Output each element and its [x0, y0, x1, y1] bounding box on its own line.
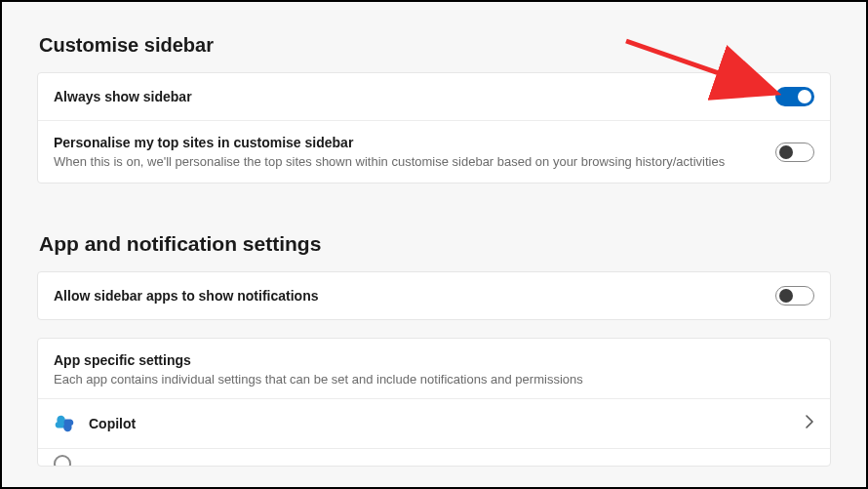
copilot-name: Copilot [89, 416, 136, 431]
app-specific-title: App specific settings [54, 352, 814, 368]
row-allow-notifications: Allow sidebar apps to show notifications [38, 272, 830, 319]
personalise-toggle[interactable] [775, 143, 814, 162]
customise-card: Always show sidebar Personalise my top s… [37, 72, 831, 183]
search-icon [54, 455, 71, 467]
always-show-label: Always show sidebar [54, 89, 764, 104]
chevron-right-icon [805, 415, 814, 432]
app-specific-header: App specific settings Each app contains … [38, 339, 830, 398]
personalise-sub: When this is on, we'll personalise the t… [54, 154, 764, 169]
section-title-customise: Customise sidebar [39, 34, 831, 57]
allow-notifications-label: Allow sidebar apps to show notifications [54, 288, 764, 304]
copilot-icon [54, 413, 75, 434]
personalise-label: Personalise my top sites in customise si… [54, 135, 764, 150]
notifications-card: Allow sidebar apps to show notifications [37, 271, 831, 320]
always-show-toggle[interactable] [775, 87, 814, 106]
row-personalise-top-sites: Personalise my top sites in customise si… [38, 120, 830, 183]
app-specific-card: App specific settings Each app contains … [37, 338, 831, 467]
row-always-show-sidebar: Always show sidebar [38, 73, 830, 120]
section-title-notifications: App and notification settings [39, 232, 831, 256]
allow-notifications-toggle[interactable] [775, 286, 814, 306]
app-row-copilot[interactable]: Copilot [38, 398, 830, 448]
app-specific-sub: Each app contains individual settings th… [54, 372, 814, 387]
app-row-partial[interactable] [38, 448, 830, 466]
